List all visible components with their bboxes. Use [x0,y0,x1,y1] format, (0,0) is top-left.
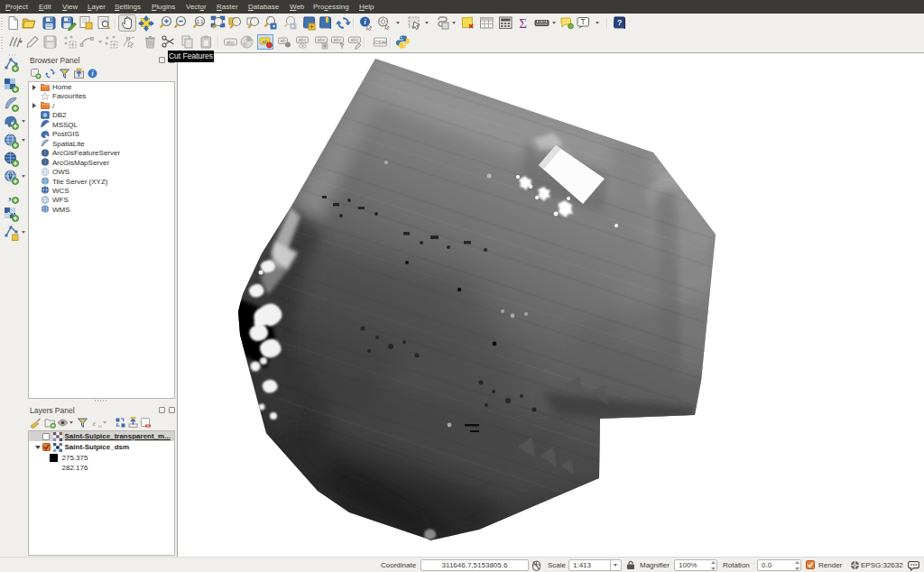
svg-text:abc: abc [351,37,359,42]
svg-text:?: ? [617,18,622,27]
svg-text:1:1: 1:1 [197,19,204,24]
svg-text:T: T [580,17,585,26]
svg-text:CSW: CSW [374,40,387,45]
svg-text:12: 12 [98,424,103,429]
svg-text:V: V [8,173,13,180]
svg-text:abc: abc [299,37,307,42]
svg-text:abc: abc [226,40,235,45]
svg-text:ab: ab [280,38,285,43]
svg-text:ε: ε [93,419,97,428]
svg-text:Σ: Σ [519,16,527,31]
svg-text:,: , [8,189,12,202]
svg-text:abc: abc [334,37,342,42]
svg-text:abc: abc [318,37,326,42]
